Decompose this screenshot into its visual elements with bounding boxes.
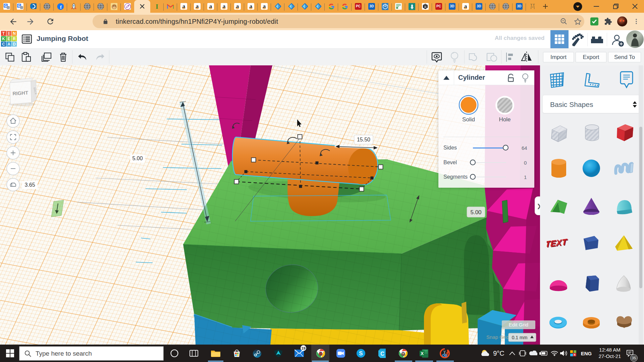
- svg-text:5: 5: [574, 353, 576, 356]
- svg-text:E: E: [7, 37, 10, 41]
- svg-text:X: X: [421, 351, 424, 356]
- svg-text:N: N: [13, 31, 16, 36]
- svg-text:G: G: [18, 4, 20, 8]
- svg-text:T: T: [2, 31, 5, 36]
- svg-text:C: C: [380, 351, 384, 357]
- svg-text:A: A: [7, 42, 10, 47]
- svg-text:5.00: 5.00: [470, 209, 481, 216]
- svg-text:15.50: 15.50: [357, 137, 370, 142]
- svg-text:I: I: [8, 31, 9, 36]
- svg-text:3.65: 3.65: [24, 182, 35, 188]
- svg-text:C: C: [2, 42, 5, 47]
- svg-text:RIGHT: RIGHT: [12, 90, 28, 96]
- svg-text:S: S: [359, 350, 363, 357]
- svg-text:R: R: [13, 37, 16, 41]
- svg-text:K: K: [2, 37, 5, 41]
- svg-text:Edit Grid: Edit Grid: [509, 322, 528, 327]
- svg-text:G: G: [4, 4, 7, 8]
- svg-text:3D: 3D: [424, 6, 427, 8]
- svg-text:5.00: 5.00: [132, 156, 143, 161]
- svg-text:Snap Grid: Snap Grid: [486, 334, 509, 340]
- svg-text:0.1 mm: 0.1 mm: [512, 335, 528, 340]
- svg-text:D: D: [13, 42, 16, 47]
